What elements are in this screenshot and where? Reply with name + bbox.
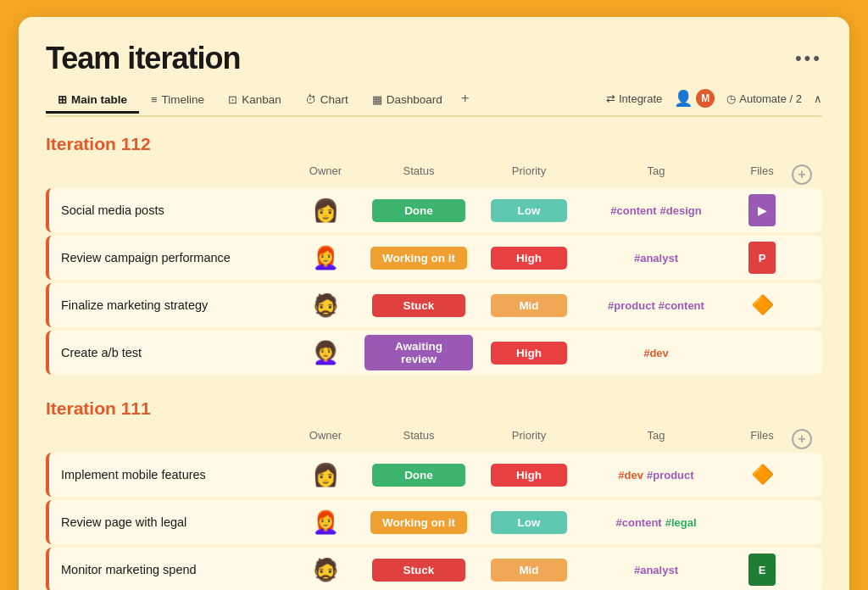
priority-badge[interactable]: Mid — [491, 294, 567, 317]
priority-badge[interactable]: Mid — [491, 559, 567, 582]
status-badge[interactable]: Done — [372, 199, 465, 222]
priority-badge[interactable]: High — [491, 464, 567, 487]
file-icon: ▶ — [748, 194, 776, 226]
avatar-face: 🧔 — [312, 294, 339, 316]
file-icon: 🔶 — [751, 294, 774, 316]
task-name: Create a/b test — [49, 337, 292, 368]
avatar: 🧔 — [310, 554, 341, 585]
iteration-111-table: Owner Status Priority Tag Files + Implem… — [46, 426, 822, 590]
task-name: Review campaign performance — [49, 242, 292, 273]
add-col-111-button[interactable]: + — [792, 429, 812, 449]
priority-badge[interactable]: High — [491, 247, 567, 270]
status-badge[interactable]: Done — [372, 464, 465, 487]
tabs-right-actions: ⇄ Integrate 👤 M ◷ Automate / 2 ∧ — [606, 89, 822, 108]
automate-button[interactable]: ◷ Automate / 2 — [726, 92, 802, 105]
col-tag-112: Tag — [580, 164, 732, 185]
priority-badge[interactable]: Low — [491, 511, 567, 534]
tab-chart[interactable]: ⏱ Chart — [293, 90, 360, 114]
tab-main-table-label: Main table — [71, 93, 127, 106]
col-task-112 — [59, 164, 292, 185]
tab-dashboard[interactable]: ▦ Dashboard — [360, 90, 454, 114]
priority-cell[interactable]: High — [478, 243, 580, 273]
tab-chart-label: Chart — [320, 93, 348, 106]
task-name: Implement mobile features — [49, 459, 292, 490]
col-task-111 — [59, 429, 292, 449]
col-status-111: Status — [359, 429, 478, 449]
avatar-face: 👩 — [312, 464, 339, 486]
status-cell[interactable]: Done — [359, 196, 478, 225]
collapse-button[interactable]: ∧ — [814, 92, 822, 105]
tag-label: #legal — [665, 516, 697, 529]
add-col-112-button[interactable]: + — [792, 164, 812, 185]
files-cell: ▶ — [732, 194, 792, 226]
files-cell: P — [732, 242, 792, 274]
priority-cell[interactable]: Mid — [478, 291, 580, 320]
table-row[interactable]: Monitor marketing spend 🧔 Stuck Mid #ana… — [46, 548, 822, 590]
avatar: 👩 — [310, 195, 341, 225]
tab-kanban[interactable]: ⊡ Kanban — [216, 90, 293, 114]
priority-cell[interactable]: Low — [478, 508, 580, 537]
owner-cell: 👩 — [292, 459, 359, 490]
integrate-button[interactable]: ⇄ Integrate — [606, 92, 662, 105]
tag-label: #dev — [643, 347, 669, 359]
status-cell[interactable]: Awaiting review — [359, 331, 478, 374]
status-badge[interactable]: Awaiting review — [364, 335, 473, 370]
integrate-icon: ⇄ — [606, 92, 615, 105]
status-badge[interactable]: Stuck — [372, 294, 465, 317]
tag-label: #content — [610, 204, 656, 217]
priority-badge[interactable]: Low — [491, 199, 567, 222]
header-row: Team iteration ••• — [46, 41, 822, 76]
team-avatar-icon: 👤 — [674, 89, 693, 108]
col-status-112: Status — [359, 164, 478, 185]
main-container: Team iteration ••• ⊞ Main table ≡ Timeli… — [19, 17, 849, 590]
tags-cell: #product#content — [580, 296, 732, 315]
table-row[interactable]: Review campaign performance 👩‍🦰 Working … — [46, 236, 822, 280]
automate-icon: ◷ — [726, 92, 736, 105]
table-row[interactable]: Create a/b test 👩‍🦱 Awaiting review High… — [46, 331, 822, 375]
iteration-112-table: Owner Status Priority Tag Files + Social… — [46, 161, 822, 378]
add-tab-button[interactable]: + — [454, 86, 476, 110]
table-row[interactable]: Review page with legal 👩‍🦰 Working on it… — [46, 500, 822, 544]
more-options-button[interactable]: ••• — [795, 47, 822, 70]
col-files-112: Files — [732, 164, 792, 185]
priority-badge[interactable]: High — [491, 342, 567, 365]
avatar-m-group: 👤 M — [674, 89, 715, 108]
tab-timeline[interactable]: ≡ Timeline — [139, 90, 216, 114]
tags-cell: #content#design — [580, 201, 732, 220]
status-badge[interactable]: Stuck — [372, 559, 465, 582]
file-icon: E — [748, 554, 776, 586]
status-cell[interactable]: Stuck — [359, 555, 478, 585]
avatar-face: 👩‍🦰 — [312, 247, 339, 269]
status-cell[interactable]: Stuck — [359, 291, 478, 320]
priority-cell[interactable]: Mid — [478, 555, 580, 585]
priority-cell[interactable]: Low — [478, 196, 580, 225]
table-row[interactable]: Implement mobile features 👩 Done High #d… — [46, 453, 822, 497]
iteration-112-title: Iteration 112 — [46, 134, 822, 154]
tag-label: #content — [615, 516, 661, 529]
status-cell[interactable]: Working on it — [359, 243, 478, 273]
tab-main-table[interactable]: ⊞ Main table — [46, 90, 139, 114]
priority-cell[interactable]: High — [478, 338, 580, 368]
tag-label: #analyst — [634, 564, 678, 576]
tag-label: #analyst — [634, 252, 678, 264]
tags-cell: #dev#product — [580, 465, 732, 485]
owner-cell: 👩 — [292, 195, 359, 225]
status-badge[interactable]: Working on it — [370, 247, 467, 270]
tag-label: #content — [659, 299, 704, 312]
rows-112-container: Social media posts 👩 Done Low #content#d… — [46, 188, 822, 375]
status-cell[interactable]: Done — [359, 460, 478, 490]
status-badge[interactable]: Working on it — [370, 511, 467, 534]
main-table-icon: ⊞ — [58, 93, 67, 106]
team-avatar-m: M — [696, 89, 715, 108]
status-cell[interactable]: Working on it — [359, 508, 478, 537]
files-cell: E — [732, 554, 792, 586]
priority-cell[interactable]: High — [478, 460, 580, 490]
file-icon: P — [748, 242, 776, 274]
avatar: 👩‍🦱 — [310, 337, 341, 368]
table-row[interactable]: Finalize marketing strategy 🧔 Stuck Mid … — [46, 283, 822, 327]
avatar: 👩‍🦰 — [310, 242, 341, 273]
avatar: 👩‍🦰 — [310, 507, 341, 537]
table-row[interactable]: Social media posts 👩 Done Low #content#d… — [46, 188, 822, 232]
tabs-row: ⊞ Main table ≡ Timeline ⊡ Kanban ⏱ Chart… — [46, 86, 822, 117]
owner-cell: 👩‍🦱 — [292, 337, 359, 368]
